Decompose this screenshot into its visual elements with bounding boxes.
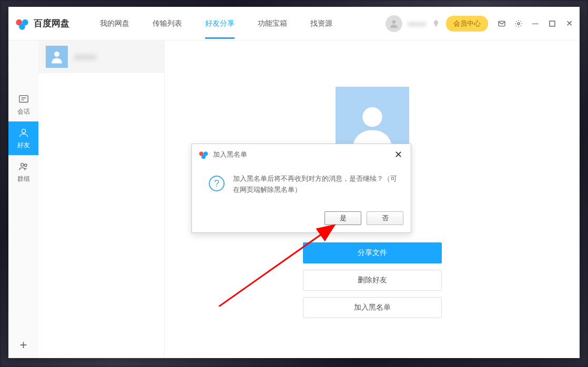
settings-icon[interactable] xyxy=(514,19,523,28)
nav-tabs: 我的网盘 传输列表 好友分享 功能宝箱 找资源 xyxy=(88,8,344,39)
member-center-button[interactable]: 会员中心 xyxy=(446,16,488,32)
close-button[interactable]: ✕ xyxy=(565,19,573,28)
share-file-button[interactable]: 分享文件 xyxy=(303,242,442,263)
dialog-message: 加入黑名单后将不再收到对方的消息，是否继续？（可在网页端解除黑名单） xyxy=(233,174,400,196)
confirm-dialog: 加入黑名单 ✕ ? 加入黑名单后将不再收到对方的消息，是否继续？（可在网页端解除… xyxy=(191,144,411,233)
svg-point-15 xyxy=(201,155,206,159)
svg-point-2 xyxy=(19,24,25,30)
mail-icon[interactable] xyxy=(498,19,506,28)
sidebar-item-chat[interactable]: 会话 xyxy=(8,88,38,121)
sidebar-label: 会话 xyxy=(17,107,30,116)
dialog-body: ? 加入黑名单后将不再收到对方的消息，是否继续？（可在网页端解除黑名单） xyxy=(192,165,411,206)
logo-area: 百度网盘 xyxy=(15,16,69,31)
svg-point-11 xyxy=(54,52,59,57)
titlebar-right: xxxxx 会员中心 ─ ✕ xyxy=(386,15,573,32)
dialog-header: 加入黑名单 ✕ xyxy=(192,144,411,165)
svg-point-3 xyxy=(392,20,396,24)
svg-point-12 xyxy=(362,107,382,127)
friend-list: xxxxxx xyxy=(38,40,165,358)
baidu-netdisk-logo-icon xyxy=(198,149,209,160)
titlebar: 百度网盘 我的网盘 传输列表 好友分享 功能宝箱 找资源 xxxxx 会员中心 … xyxy=(8,7,580,40)
user-avatar[interactable] xyxy=(386,15,402,32)
friend-avatar-icon xyxy=(46,46,68,68)
tab-resources[interactable]: 找资源 xyxy=(299,8,344,39)
user-name: xxxxx xyxy=(408,19,426,28)
app-window: 百度网盘 我的网盘 传输列表 好友分享 功能宝箱 找资源 xxxxx 会员中心 … xyxy=(8,7,580,358)
maximize-button[interactable] xyxy=(548,19,556,28)
friend-name: xxxxxx xyxy=(74,53,96,61)
add-button[interactable]: + xyxy=(8,332,38,358)
sidebar-label: 好友 xyxy=(17,141,30,150)
action-buttons: 分享文件 删除好友 加入黑名单 xyxy=(303,242,442,318)
svg-rect-7 xyxy=(19,95,28,102)
app-title: 百度网盘 xyxy=(34,17,69,29)
window-controls: ─ ✕ xyxy=(498,19,573,28)
friend-list-item[interactable]: xxxxxx xyxy=(38,40,164,73)
dialog-no-button[interactable]: 否 xyxy=(367,211,403,225)
vip-badge-icon xyxy=(431,19,441,28)
tab-transfer[interactable]: 传输列表 xyxy=(141,8,194,39)
svg-point-8 xyxy=(22,129,25,132)
chat-icon xyxy=(18,94,29,105)
group-icon xyxy=(18,161,29,172)
question-icon: ? xyxy=(209,176,225,191)
svg-point-10 xyxy=(24,164,27,166)
person-icon xyxy=(18,127,29,139)
dialog-close-button[interactable]: ✕ xyxy=(392,149,404,160)
sidebar: 会话 好友 群组 + xyxy=(8,40,38,358)
blacklist-button[interactable]: 加入黑名单 xyxy=(303,297,442,318)
svg-point-9 xyxy=(21,163,24,166)
tab-my-disk[interactable]: 我的网盘 xyxy=(88,8,141,39)
dialog-yes-button[interactable]: 是 xyxy=(325,211,361,225)
sidebar-item-groups[interactable]: 群组 xyxy=(8,155,38,189)
dialog-title: 加入黑名单 xyxy=(213,150,247,159)
svg-rect-6 xyxy=(550,21,555,26)
dialog-footer: 是 否 xyxy=(192,206,411,232)
sidebar-label: 群组 xyxy=(17,175,30,183)
baidu-netdisk-logo-icon xyxy=(15,16,29,31)
tab-friend-share[interactable]: 好友分享 xyxy=(194,8,246,39)
sidebar-item-friends[interactable]: 好友 xyxy=(8,121,38,155)
minimize-button[interactable]: ─ xyxy=(531,19,540,28)
svg-point-5 xyxy=(518,23,520,25)
delete-friend-button[interactable]: 删除好友 xyxy=(303,270,442,291)
tab-tools[interactable]: 功能宝箱 xyxy=(246,8,299,39)
